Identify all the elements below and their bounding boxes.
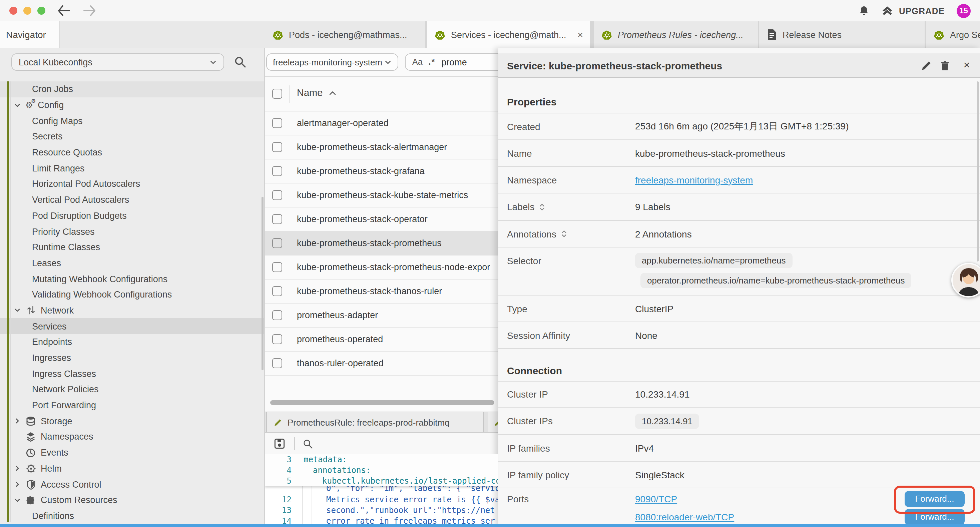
row-checkbox[interactable]	[272, 214, 282, 224]
row-checkbox[interactable]	[272, 310, 282, 320]
save-icon[interactable]	[274, 438, 285, 449]
bell-icon[interactable]	[859, 5, 870, 16]
table-row[interactable]: kube-prometheus-stack-alertmanager	[265, 135, 498, 159]
search-icon[interactable]	[303, 439, 313, 449]
port-link-8080[interactable]: 8080:reloader-web/TCP	[635, 511, 734, 522]
sidebar-item-ingress-classes[interactable]: Ingress Classes	[0, 366, 264, 382]
sidebar-item-port-forwarding[interactable]: Port Forwarding	[0, 398, 264, 413]
sidebar-item-priority-classes[interactable]: Priority Classes	[0, 223, 264, 239]
table-row[interactable]: kube-prometheus-stack-grafana	[265, 159, 498, 183]
horizontal-scrollbar[interactable]	[270, 400, 494, 405]
tab-argo[interactable]: Argo Se	[926, 21, 980, 48]
sidebar-item-events[interactable]: Events	[0, 445, 264, 461]
sidebar-item-services[interactable]: Services	[0, 318, 264, 334]
table-row[interactable]: kube-prometheus-stack-operator	[265, 207, 498, 231]
tab-release-notes[interactable]: Release Notes	[759, 21, 924, 48]
sidebar-item-ingresses[interactable]: Ingresses	[0, 350, 264, 366]
namespace-select[interactable]: freeleaps-monitoring-system	[266, 53, 398, 71]
row-checkbox[interactable]	[272, 190, 282, 200]
gears-icon: ⚙⚙	[25, 101, 33, 110]
sidebar-item-label: Helm	[41, 463, 62, 474]
table-row[interactable]: thanos-ruler-operated	[265, 352, 498, 376]
row-checkbox[interactable]	[272, 334, 282, 344]
table-row[interactable]: kube-prometheus-stack-prometheus-node-ex…	[265, 255, 498, 280]
sidebar-item-access-control[interactable]: Access Control	[0, 476, 264, 492]
table-row[interactable]: kube-prometheus-stack-kube-state-metrics	[265, 183, 498, 207]
name-column-header[interactable]: Name	[297, 88, 336, 98]
table-row[interactable]: kube-prometheus-stack-thanos-ruler	[265, 280, 498, 304]
sidebar-item-resource-quotas[interactable]: Resource Quotas	[0, 145, 264, 161]
resource-list-panel: freeleaps-monitoring-system Aa .* prome …	[265, 48, 498, 527]
tab-services[interactable]: Services - icecheng@math... ×	[427, 21, 590, 48]
row-checkbox[interactable]	[272, 142, 282, 152]
sidebar-item-horizontal-pod-autoscalers[interactable]: Horizontal Pod Autoscalers	[0, 176, 264, 192]
regex-toggle[interactable]: .*	[429, 57, 436, 67]
sidebar-item-runtime-classes[interactable]: Runtime Classes	[0, 239, 264, 255]
match-case-toggle[interactable]: Aa	[412, 57, 423, 67]
table-row[interactable]: prometheus-operated	[265, 328, 498, 352]
namespace-link[interactable]: freeleaps-monitoring-system	[635, 174, 753, 185]
row-checkbox[interactable]	[272, 286, 282, 296]
table-row-selected[interactable]: kube-prometheus-stack-prometheus	[265, 231, 498, 255]
sidebar-item-namespaces[interactable]: Namespaces	[0, 429, 264, 444]
close-tab-icon[interactable]: ×	[573, 29, 583, 40]
sidebar-item-storage[interactable]: Storage	[0, 413, 264, 429]
editor-tab-prometheusrule[interactable]: PrometheusRule: freeleaps-prod-rabbitmq	[266, 412, 484, 432]
row-checkbox[interactable]	[272, 358, 282, 368]
tab-prometheus-rules[interactable]: Prometheus Rules - icecheng...	[594, 21, 758, 48]
notification-badge[interactable]: 15	[957, 4, 970, 18]
tab-navigator[interactable]: Navigator	[0, 21, 60, 48]
sidebar-item-custom-resources[interactable]: Custom Resources	[0, 492, 264, 508]
delete-trash-icon[interactable]	[940, 60, 950, 72]
sidebar-scrollbar[interactable]	[261, 197, 264, 370]
property-label[interactable]: Annotations	[498, 228, 635, 239]
property-label[interactable]: Labels	[498, 201, 635, 212]
sidebar-item-endpoints[interactable]: Endpoints	[0, 334, 264, 350]
sidebar-item-vertical-pod-autoscalers[interactable]: Vertical Pod Autoscalers	[0, 192, 264, 208]
minimize-window-button[interactable]	[23, 7, 31, 15]
drawer-scrollbar[interactable]	[976, 81, 978, 261]
sidebar-item-network[interactable]: Network	[0, 303, 264, 318]
editor-tab-partial[interactable]	[488, 412, 498, 432]
sidebar-item-helm[interactable]: Helm	[0, 461, 264, 476]
tree-indent-guide	[10, 81, 11, 522]
property-row-session-affinity: Session Affinity None	[498, 322, 980, 349]
sidebar-item-leases[interactable]: Leases	[0, 255, 264, 271]
sidebar-item-pod-disruption-budgets[interactable]: Pod Disruption Budgets	[0, 208, 264, 223]
search-input[interactable]: Aa .* prome	[405, 53, 498, 71]
sidebar-item-definitions[interactable]: Definitions	[0, 508, 264, 524]
close-icon[interactable]: ×	[963, 59, 970, 71]
property-row-cluster-ips: Cluster IPs 10.233.14.91	[498, 408, 980, 435]
sidebar-item-validating-webhook-configurations[interactable]: Validating Webhook Configurations	[0, 287, 264, 303]
select-all-checkbox[interactable]	[272, 89, 282, 99]
sidebar-item-limit-ranges[interactable]: Limit Ranges	[0, 161, 264, 176]
sidebar-item-cron-jobs[interactable]: Cron Jobs	[0, 81, 264, 97]
yaml-editor[interactable]: 3metadata: 4annotations: 5kubectl.kubern…	[265, 454, 498, 527]
edit-pencil-icon[interactable]	[921, 60, 932, 72]
forward-arrow-icon[interactable]	[83, 5, 96, 16]
row-checkbox[interactable]	[272, 166, 282, 176]
chevron-down-icon	[14, 307, 21, 314]
back-arrow-icon[interactable]	[57, 5, 71, 16]
search-icon[interactable]	[234, 56, 246, 68]
table-row[interactable]: prometheus-adapter	[265, 304, 498, 328]
pencil-icon	[274, 418, 282, 427]
sidebar-item-label: Secrets	[32, 132, 63, 142]
maximize-window-button[interactable]	[37, 7, 45, 15]
table-header: Name	[265, 77, 498, 111]
port-link-9090[interactable]: 9090/TCP	[635, 493, 677, 504]
tab-pods[interactable]: Pods - icecheng@mathmas...	[265, 21, 425, 48]
row-checkbox[interactable]	[272, 262, 282, 272]
code-link[interactable]: https://net	[442, 506, 495, 515]
close-window-button[interactable]	[10, 7, 18, 15]
kubeconfig-select[interactable]: Local Kubeconfigs	[11, 53, 224, 71]
upgrade-button[interactable]: UPGRADE	[881, 5, 945, 16]
table-row[interactable]: alertmanager-operated	[265, 111, 498, 135]
sidebar-item-config[interactable]: ⚙⚙ Config	[0, 97, 264, 113]
row-checkbox[interactable]	[272, 238, 282, 248]
sidebar-item-secrets[interactable]: Secrets	[0, 129, 264, 145]
row-checkbox[interactable]	[272, 118, 282, 128]
sidebar-item-mutating-webhook-configurations[interactable]: Mutating Webhook Configurations	[0, 271, 264, 287]
sidebar-item-network-policies[interactable]: Network Policies	[0, 382, 264, 397]
sidebar-item-config-maps[interactable]: Config Maps	[0, 113, 264, 129]
